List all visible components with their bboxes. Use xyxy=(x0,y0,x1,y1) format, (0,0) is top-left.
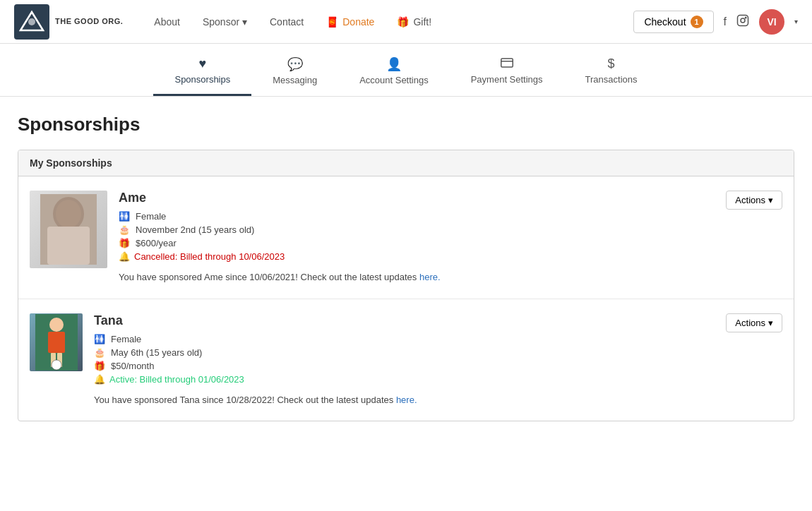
user-icon: 👤 xyxy=(386,56,402,72)
user-avatar-button[interactable]: VI xyxy=(759,9,784,35)
tana-message: You have sponsored Tana since 10/28/2022… xyxy=(94,393,782,407)
gender-icon-tana: 🚻 xyxy=(94,334,105,344)
sponsorships-card: My Sponsorships Ame xyxy=(18,150,794,421)
tana-info: Tana 🚻 Female 🎂 May 6th (15 years old) 🎁… xyxy=(94,313,782,407)
brand-logo xyxy=(14,4,49,40)
tabs-bar: ♥ Sponsorships 💬 Messaging 👤 Account Set… xyxy=(0,44,812,97)
brand-logo-link[interactable]: THE GOOD ORG. xyxy=(14,4,123,40)
avatar-dropdown-arrow[interactable]: ▾ xyxy=(794,18,798,25)
status-active-icon-tana: 🔔 xyxy=(94,374,105,385)
nav-contact[interactable]: Contact xyxy=(260,11,314,33)
nav-about[interactable]: About xyxy=(144,11,190,33)
brand-name: THE GOOD ORG. xyxy=(55,17,123,26)
facebook-icon[interactable]: f xyxy=(724,16,727,28)
sponsorship-item-tana: Tana 🚻 Female 🎂 May 6th (15 years old) 🎁… xyxy=(18,299,794,421)
birthday-icon-tana: 🎂 xyxy=(94,347,105,358)
svg-point-9 xyxy=(53,197,84,231)
checkout-badge: 1 xyxy=(691,16,703,28)
ame-actions-dropdown-icon: ▾ xyxy=(768,195,773,205)
nav-links: About Sponsor ▾ Contact 🧧 Donate 🎁 Gift! xyxy=(144,11,633,33)
tab-messaging[interactable]: 💬 Messaging xyxy=(251,49,338,96)
tana-photo-placeholder xyxy=(30,313,83,371)
nav-donate[interactable]: 🧧 Donate xyxy=(316,11,384,33)
tab-payment-settings[interactable]: Payment Settings xyxy=(450,49,564,96)
tana-amount: 🎁 $50/month xyxy=(94,361,244,371)
tab-sponsorships[interactable]: ♥ Sponsorships xyxy=(153,49,251,96)
donate-icon: 🧧 xyxy=(326,16,338,28)
svg-point-1 xyxy=(28,18,35,25)
card-header: My Sponsorships xyxy=(18,150,794,176)
ame-info: Ame 🚻 Female 🎂 November 2nd (15 years ol… xyxy=(119,191,782,284)
ame-status: 🔔 Cancelled: Billed through 10/06/2023 xyxy=(119,251,285,262)
status-cancelled-icon-ame: 🔔 xyxy=(119,251,130,262)
svg-rect-10 xyxy=(47,227,90,265)
page-title: Sponsorships xyxy=(18,114,794,136)
sponsorship-item-ame: Ame 🚻 Female 🎂 November 2nd (15 years ol… xyxy=(18,176,794,299)
tana-name: Tana xyxy=(94,313,244,328)
tab-transactions[interactable]: $ Transactions xyxy=(564,49,659,96)
ame-actions-button[interactable]: Actions ▾ xyxy=(726,191,782,210)
dollar-icon: $ xyxy=(608,56,615,71)
tana-status: 🔔 Active: Billed through 01/06/2023 xyxy=(94,374,244,385)
nav-right: Checkout 1 f VI ▾ xyxy=(633,9,798,35)
tab-account-settings[interactable]: 👤 Account Settings xyxy=(338,49,450,96)
tana-actions-button[interactable]: Actions ▾ xyxy=(726,313,782,332)
main-content: Sponsorships My Sponsorships xyxy=(4,97,808,452)
tana-gender: 🚻 Female xyxy=(94,334,244,344)
tana-top-row: Tana 🚻 Female 🎂 May 6th (15 years old) 🎁… xyxy=(94,313,782,385)
svg-point-16 xyxy=(52,360,61,370)
tana-birthday: 🎂 May 6th (15 years old) xyxy=(94,347,244,358)
ame-here-link[interactable]: here. xyxy=(419,272,441,282)
svg-rect-2 xyxy=(738,15,748,25)
amount-icon-tana: 🎁 xyxy=(94,361,105,371)
svg-point-3 xyxy=(741,18,745,23)
svg-rect-13 xyxy=(48,332,65,353)
gender-icon-ame: 🚻 xyxy=(119,211,130,222)
tana-here-link[interactable]: here. xyxy=(396,395,417,405)
ame-photo-placeholder xyxy=(30,191,107,268)
tana-photo xyxy=(30,313,83,371)
ame-birthday: 🎂 November 2nd (15 years old) xyxy=(119,224,285,235)
ame-gender: 🚻 Female xyxy=(119,211,285,222)
checkout-button[interactable]: Checkout 1 xyxy=(633,11,713,33)
nav-gift[interactable]: 🎁 Gift! xyxy=(387,11,441,33)
heart-icon: ♥ xyxy=(199,56,207,71)
navbar: THE GOOD ORG. About Sponsor ▾ Contact 🧧 … xyxy=(0,0,812,44)
chat-icon: 💬 xyxy=(287,56,303,72)
svg-point-12 xyxy=(49,318,64,332)
gift-icon: 🎁 xyxy=(397,16,409,28)
payment-icon xyxy=(501,56,513,71)
ame-top-row: Ame 🚻 Female 🎂 November 2nd (15 years ol… xyxy=(119,191,782,262)
instagram-icon[interactable] xyxy=(736,14,749,30)
svg-point-4 xyxy=(745,17,746,18)
tana-actions-dropdown-icon: ▾ xyxy=(768,318,773,328)
ame-message: You have sponsored Ame since 10/06/2021!… xyxy=(119,270,782,284)
svg-rect-5 xyxy=(501,59,513,67)
ame-amount: 🎁 $600/year xyxy=(119,238,285,248)
birthday-icon-ame: 🎂 xyxy=(119,224,130,235)
ame-name: Ame xyxy=(119,191,285,205)
ame-photo xyxy=(30,191,107,268)
amount-icon-ame: 🎁 xyxy=(119,238,130,248)
nav-sponsor[interactable]: Sponsor ▾ xyxy=(193,11,257,33)
